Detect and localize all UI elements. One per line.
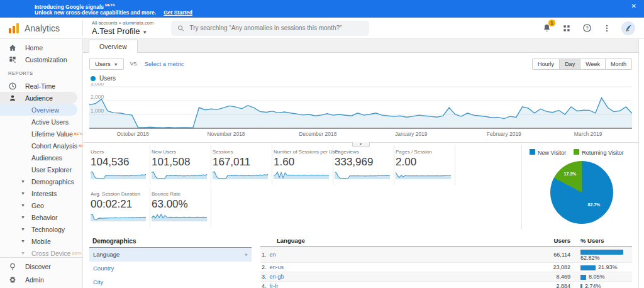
language-link[interactable]: en [270,252,276,258]
beta-tag: BETA [74,132,82,136]
granularity-toggle: HourlyDayWeekMonth [532,58,632,70]
row-rank: 3. [262,274,267,280]
close-icon[interactable]: ✕ [631,3,636,9]
expand-arrow-icon[interactable]: ▼ [21,191,31,196]
profile-switcher[interactable]: A.Test Profile ▼ [92,27,153,35]
scorecard-pageviews: Pageviews333,969 [333,145,394,185]
explorer-item-country[interactable]: Country [89,262,252,275]
sidebar-item-audiences[interactable]: Audiences [0,152,82,163]
metric-dropdown[interactable]: Users▼ [89,58,124,70]
search-bar[interactable] [171,21,369,36]
sidebar-item-user-explorer[interactable]: User Explorer [0,163,82,175]
bulb-icon [8,262,17,271]
sidebar-item-admin[interactable]: Admin [0,273,82,286]
chevron-right-icon: ▸ [245,248,248,262]
metric-sparkline [152,212,207,224]
sidebar-item-interests[interactable]: ▼Interests [0,187,82,199]
col-header-language[interactable]: Language [260,235,533,247]
sidebar-item-label: Technology [31,226,65,233]
metric-value: 104,536 [91,156,146,169]
granularity-hourly-button[interactable]: Hourly [532,58,560,70]
sidebar-item-mobile[interactable]: ▼Mobile [0,235,82,247]
sidebar-item-label: Customization [25,56,67,64]
metric-sparkline [91,170,146,182]
language-link[interactable]: en-gb [270,274,284,280]
col-header-pct-users[interactable]: % Users [572,235,632,247]
pct-value: 62.82% [580,255,600,261]
table-row: 3.en-gb8,4698.05% [260,272,632,282]
explorer-item-city[interactable]: City [89,275,252,288]
explorer-item-language[interactable]: Language▸ [89,248,252,262]
expand-arrow-icon[interactable]: ▼ [21,215,31,219]
pct-users-cell: 62.82% [572,247,632,263]
kebab-menu-icon [602,24,611,33]
expand-arrow-icon[interactable]: ▼ [21,227,31,231]
sidebar-item-real-time[interactable]: Real-Time [0,80,82,92]
apps-button[interactable] [561,23,572,34]
user-avatar[interactable] [621,21,635,35]
sidebar-item-label: Behavior [31,214,57,221]
sidebar-item-lifetime-value[interactable]: Lifetime ValueBETA [0,128,82,140]
app-header: Analytics All accounts > alummata.com A.… [0,18,644,39]
overflow-menu-button[interactable] [601,23,613,34]
users-value: 23,082 [533,263,572,272]
explorer-group-demographics: Demographics [89,235,252,248]
pct-value: 8.05% [589,274,605,280]
banner-subtitle: Unlock new cross-device capabilities and… [35,9,156,16]
granularity-day-button[interactable]: Day [560,58,580,70]
sidebar-item-discover[interactable]: Discover [0,260,82,273]
metric-label: New Users [152,149,207,155]
metric-sparkline [396,170,451,182]
svg-text:3,000: 3,000 [91,83,104,87]
explorer-item-label: Country [93,262,114,275]
sidebar-item-behavior[interactable]: ▼Behavior [0,211,82,223]
search-input[interactable] [189,25,363,31]
legend-swatch [574,149,579,155]
pct-value: 2.74% [585,283,601,288]
expand-arrow-icon[interactable]: ▼ [21,251,31,255]
scorecards: Users104,536New Users101,508Sessions167,… [89,145,467,230]
metric-label: Avg. Session Duration [91,191,146,197]
help-button[interactable]: ? [581,23,592,34]
sidebar-item-home[interactable]: Home [0,42,82,53]
notification-badge: 1 [548,19,555,26]
sidebar-item-customization[interactable]: Customization [0,53,82,65]
row-rank: 2. [262,264,267,270]
row-rank: 1. [262,252,267,258]
legend-swatch [530,149,535,155]
sidebar-item-cohort-analysis[interactable]: Cohort AnalysisBETA [0,140,82,152]
sidebar-item-label: Demographics [31,178,74,186]
sidebar-item-audience[interactable]: Audience [0,92,77,104]
language-link[interactable]: fr-fr [270,283,279,288]
sidebar-item-technology[interactable]: ▼Technology [0,223,82,235]
get-started-link[interactable]: Get Started [164,9,192,16]
scorecard-bounce-rate: Bounce Rate63.00% [150,187,211,227]
pct-bar [580,250,623,255]
svg-text:January 2019: January 2019 [395,131,428,137]
sidebar-item-label: Geo [31,202,44,209]
pie-legend-returning-visitor: Returning Visitor [574,149,623,156]
sidebar-item-demographics[interactable]: ▼Demographics [0,175,82,187]
expand-arrow-icon[interactable]: ▼ [21,179,31,184]
notifications-button[interactable]: 1 [541,23,552,34]
sidebar-item-overview[interactable]: Overview [0,104,77,116]
language-link[interactable]: en-us [270,264,284,270]
scorecard-sessions: Sessions167,011 [211,145,272,185]
pie-label-new: 82.7% [588,202,601,207]
sidebar-item-geo[interactable]: ▼Geo [0,199,82,211]
expand-arrow-icon[interactable]: ▼ [21,203,31,208]
pct-bar [580,265,596,270]
pct-users-cell: 8.05% [572,272,632,282]
sidebar-item-cross-device[interactable]: ▼Cross DeviceBETA [0,247,82,257]
expand-arrow-icon[interactable]: ▼ [21,239,31,243]
analytics-logo[interactable]: Analytics [0,21,83,36]
select-metric-link[interactable]: Select a metric [145,60,184,67]
tab-overview[interactable]: Overview [89,40,138,53]
sidebar-item-active-users[interactable]: Active Users [0,116,82,128]
col-header-users[interactable]: Users [533,235,572,247]
granularity-week-button[interactable]: Week [580,58,606,70]
chart-expander[interactable]: ▼ [352,142,370,147]
sidebar-item-label: Admin [25,276,44,284]
granularity-month-button[interactable]: Month [606,58,632,70]
vs-label: vs. [130,61,138,67]
